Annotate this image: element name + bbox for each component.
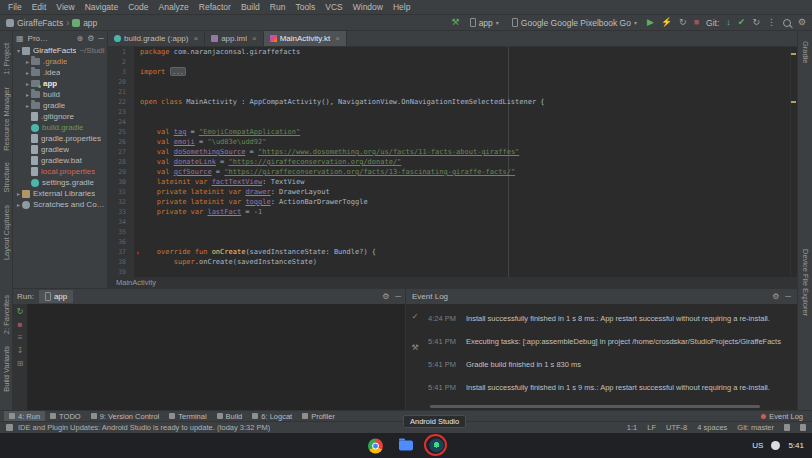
run-config-dropdown[interactable]: app ▾ <box>467 17 502 29</box>
apply-changes-icon[interactable]: ⚡ <box>661 18 672 27</box>
event-log-gear-icon[interactable]: ⚙ <box>772 292 779 301</box>
tool-stripe-build-variants[interactable]: Build Variants <box>2 346 11 392</box>
tool-button-9-version-control[interactable]: 9: Version Control <box>86 411 165 422</box>
build-wrench-icon[interactable]: ⚒ <box>411 343 418 352</box>
status-4-spaces[interactable]: 4 spaces <box>697 423 727 432</box>
error-stripe[interactable] <box>790 47 797 277</box>
tree-item-gradle[interactable]: ▸gradle <box>13 100 107 111</box>
breadcrumb-module[interactable]: app <box>83 18 97 28</box>
horizontal-scrollbar[interactable] <box>430 405 760 408</box>
tool-stripe-layout-captures[interactable]: Layout Captures <box>2 205 11 260</box>
bell-icon[interactable] <box>800 424 806 431</box>
expand-arrow-icon[interactable]: ▸ <box>24 58 31 65</box>
hide-panel-icon[interactable]: ─ <box>395 292 401 301</box>
status-utf-8[interactable]: UTF-8 <box>666 423 687 432</box>
expand-arrow-icon[interactable]: ▸ <box>15 190 22 197</box>
code-editor[interactable]: 1package com.naranjaconsal.giraffefacts2… <box>108 47 797 277</box>
run-options-icon[interactable]: ≡ <box>18 334 23 342</box>
breadcrumb-project[interactable]: GiraffeFacts <box>17 18 63 28</box>
status-message[interactable]: IDE and Plugin Updates: Android Studio i… <box>18 423 270 432</box>
menu-build[interactable]: Build <box>236 2 265 12</box>
tool-button-4-run[interactable]: 4: Run <box>4 411 45 422</box>
status-lf[interactable]: LF <box>647 423 656 432</box>
clear-console-icon[interactable]: ⊞ <box>17 360 24 368</box>
tree-item-gradle[interactable]: ▸.gradle <box>13 56 107 67</box>
tool-stripe-structure[interactable]: Structure <box>2 162 11 192</box>
scroll-to-end-icon[interactable]: ↧ <box>17 347 24 355</box>
tree-item-build[interactable]: ▸build <box>13 89 107 100</box>
event-log-entries[interactable]: 4:24 PMInstall successfully finished in … <box>424 304 797 411</box>
run-console[interactable] <box>27 304 405 411</box>
expand-arrow-icon[interactable]: ▸ <box>24 69 31 76</box>
expand-arrow-icon[interactable]: ▸ <box>24 91 31 98</box>
tool-button-todo[interactable]: TODO <box>45 411 86 422</box>
tree-item-build-gradle[interactable]: build.gradle <box>13 122 107 133</box>
rerun-icon[interactable]: ↻ <box>17 308 24 316</box>
run-settings-gear-icon[interactable]: ⚙ <box>382 292 389 301</box>
menu-refactor[interactable]: Refactor <box>194 2 236 12</box>
hide-panel-icon[interactable]: ─ <box>98 34 104 43</box>
menu-vcs[interactable]: VCS <box>320 2 347 12</box>
menu-help[interactable]: Help <box>388 2 415 12</box>
tab-app-iml[interactable]: app.iml× <box>205 31 263 46</box>
edit-filters-icon[interactable]: ✓ <box>412 312 419 321</box>
close-icon[interactable]: × <box>252 34 257 43</box>
tab-mainactivity-kt[interactable]: MainActivity.kt× <box>264 31 347 46</box>
keyboard-layout-label[interactable]: US <box>752 441 763 450</box>
menu-navigate[interactable]: Navigate <box>80 2 124 12</box>
build-hammer-icon[interactable]: ⚒ <box>452 18 460 27</box>
files-folder-icon[interactable] <box>399 441 413 451</box>
editor-breadcrumb[interactable]: MainActivity <box>116 278 156 287</box>
tree-item-settings-gradle[interactable]: settings.gradle <box>13 177 107 188</box>
hide-panel-icon[interactable]: ─ <box>785 292 791 301</box>
close-icon[interactable]: × <box>193 34 198 43</box>
tree-item-gitignore[interactable]: .gitignore <box>13 111 107 122</box>
menu-file[interactable]: File <box>3 2 27 12</box>
tool-button-event-log[interactable]: Event Log <box>756 411 808 422</box>
run-button[interactable]: ▶ <box>647 18 654 27</box>
expand-all-icon[interactable]: ⊕ <box>76 34 83 43</box>
tree-item-idea[interactable]: ▸.idea <box>13 67 107 78</box>
tool-stripe-device-file-explorer[interactable]: Device File Explorer <box>801 249 810 316</box>
clock[interactable]: 5:41 <box>788 441 804 450</box>
expand-arrow-icon[interactable]: ▸ <box>24 102 31 109</box>
tool-button-profiler[interactable]: Profiler <box>297 411 340 422</box>
menu-view[interactable]: View <box>51 2 79 12</box>
menu-tools[interactable]: Tools <box>290 2 320 12</box>
tree-item-scratches-and-consoles[interactable]: ▸Scratches and Consoles <box>13 199 107 210</box>
git-more-icon[interactable]: ⋮ <box>767 18 776 27</box>
tab-build-gradle-app[interactable]: build.gradle (:app)× <box>108 31 205 46</box>
tool-button-build[interactable]: Build <box>212 411 248 422</box>
tool-stripe-gradle[interactable]: Gradle <box>801 41 810 64</box>
tool-button-terminal[interactable]: Terminal <box>164 411 211 422</box>
expand-arrow-icon[interactable]: ▾ <box>15 47 22 54</box>
tree-item-app[interactable]: ▸app <box>13 78 107 89</box>
settings-gear-icon[interactable]: ⚙ <box>798 18 806 27</box>
notification-icon[interactable] <box>6 424 13 431</box>
tree-item-giraffefacts[interactable]: ▾GiraffeFacts~/Studi <box>13 45 107 56</box>
status-1-1[interactable]: 1:1 <box>627 423 637 432</box>
status-git-master[interactable]: Git: master <box>737 423 774 432</box>
lock-icon[interactable] <box>784 424 790 431</box>
git-update-icon[interactable]: ↓ <box>726 18 731 27</box>
project-panel-title[interactable]: Project <box>28 34 50 43</box>
menu-window[interactable]: Window <box>348 2 388 12</box>
stop-icon[interactable]: ■ <box>18 321 23 329</box>
expand-arrow-icon[interactable]: ▸ <box>15 201 22 208</box>
search-icon[interactable] <box>783 19 791 27</box>
tree-item-gradlew-bat[interactable]: gradlew.bat <box>13 155 107 166</box>
debug-icon[interactable]: ↻ <box>679 18 687 27</box>
expand-arrow-icon[interactable]: ▸ <box>24 80 31 87</box>
tree-item-gradle-properties[interactable]: gradle.properties <box>13 133 107 144</box>
tool-button-6-logcat[interactable]: 6: Logcat <box>247 411 297 422</box>
tool-stripe-1-project[interactable]: 1: Project <box>2 43 11 75</box>
tree-item-external-libraries[interactable]: ▸External Libraries <box>13 188 107 199</box>
close-icon[interactable]: × <box>335 34 340 43</box>
menu-edit[interactable]: Edit <box>27 2 52 12</box>
menu-analyze[interactable]: Analyze <box>154 2 194 12</box>
tool-stripe-2-favorites[interactable]: 2: Favorites <box>2 295 11 334</box>
stop-icon[interactable]: ■ <box>694 18 699 27</box>
device-dropdown[interactable]: Google Google Pixelbook Go ▾ <box>509 17 640 29</box>
chrome-icon[interactable] <box>368 438 383 453</box>
menu-code[interactable]: Code <box>123 2 153 12</box>
